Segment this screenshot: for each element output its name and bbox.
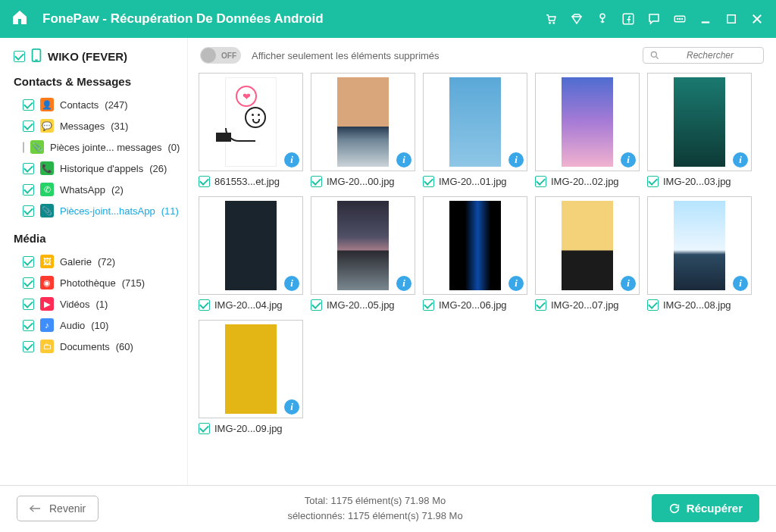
facebook-icon[interactable] bbox=[620, 11, 637, 27]
sidebar-item-audio[interactable]: ♪ Audio (10) bbox=[14, 315, 180, 336]
thumbnail-image[interactable]: i bbox=[647, 73, 752, 171]
stats-total: Total: 1175 élément(s) 71.98 Mo bbox=[99, 493, 652, 509]
category-checkbox[interactable] bbox=[23, 320, 34, 331]
info-icon[interactable]: i bbox=[396, 276, 411, 291]
app-title: FonePaw - Récupération De Données Androi… bbox=[42, 11, 543, 27]
titlebar: FonePaw - Récupération De Données Androi… bbox=[0, 0, 776, 38]
thumbnail-image[interactable]: i bbox=[423, 196, 527, 295]
whatsapp-icon: ✆ bbox=[40, 183, 54, 196]
sidebar-item-whatsapp[interactable]: ✆ WhatsApp (2) bbox=[14, 179, 180, 200]
category-checkbox[interactable] bbox=[23, 120, 34, 132]
thumbnail-image[interactable]: ❤ i bbox=[199, 73, 303, 171]
thumbnail-item[interactable]: i IMG-20...08.jpg bbox=[647, 196, 752, 311]
file-checkbox[interactable] bbox=[199, 176, 210, 187]
category-checkbox[interactable] bbox=[23, 99, 34, 111]
gallery-icon: 🖼 bbox=[40, 255, 54, 268]
contacts-icon: 👤 bbox=[40, 98, 54, 111]
info-icon[interactable]: i bbox=[733, 152, 748, 167]
thumbnail-image[interactable]: i bbox=[535, 196, 640, 295]
thumbnail-item[interactable]: i IMG-20...02.jpg bbox=[535, 73, 640, 187]
category-checkbox[interactable] bbox=[23, 163, 34, 174]
file-checkbox[interactable] bbox=[647, 176, 659, 187]
sidebar-item-call-history[interactable]: 📞 Historique d'appels (26) bbox=[14, 158, 180, 179]
thumbnail-item[interactable]: ❤ i 861553...et.jpg bbox=[199, 73, 303, 187]
thumbnail-image[interactable]: i bbox=[647, 196, 752, 295]
thumbnail-image[interactable]: i bbox=[311, 73, 415, 171]
info-icon[interactable]: i bbox=[621, 276, 636, 291]
close-icon[interactable] bbox=[749, 11, 765, 27]
thumbnail-image[interactable]: i bbox=[423, 73, 527, 171]
file-checkbox[interactable] bbox=[199, 423, 210, 434]
sidebar-item-contacts[interactable]: 👤 Contacts (247) bbox=[14, 94, 180, 115]
info-icon[interactable]: i bbox=[284, 152, 299, 167]
file-checkbox[interactable] bbox=[535, 299, 546, 311]
refresh-icon bbox=[668, 502, 681, 515]
info-icon[interactable]: i bbox=[508, 152, 524, 167]
svg-point-5 bbox=[677, 18, 678, 20]
thumbnail-item[interactable]: i IMG-20...09.jpg bbox=[199, 320, 303, 434]
sidebar-item-videos[interactable]: ▶ Vidéos (1) bbox=[14, 293, 180, 315]
search-box[interactable] bbox=[643, 47, 764, 64]
file-checkbox[interactable] bbox=[647, 299, 659, 311]
back-button[interactable]: Revenir bbox=[17, 496, 99, 521]
svg-point-7 bbox=[681, 18, 683, 20]
info-icon[interactable]: i bbox=[396, 152, 411, 167]
diamond-icon[interactable] bbox=[568, 11, 585, 27]
thumbnail-image[interactable]: i bbox=[535, 73, 640, 171]
thumbnail-item[interactable]: i IMG-20...07.jpg bbox=[535, 196, 640, 311]
category-checkbox[interactable] bbox=[23, 184, 34, 196]
info-icon[interactable]: i bbox=[284, 399, 299, 415]
feedback-icon[interactable] bbox=[646, 11, 662, 27]
category-count: (26) bbox=[149, 163, 167, 174]
thumbnail-image[interactable]: i bbox=[199, 320, 303, 418]
file-checkbox[interactable] bbox=[311, 299, 322, 311]
category-checkbox[interactable] bbox=[23, 299, 34, 310]
sidebar-item-documents[interactable]: 🗀 Documents (60) bbox=[14, 336, 180, 357]
minimize-icon[interactable] bbox=[697, 11, 714, 27]
more-icon[interactable] bbox=[671, 11, 688, 27]
thumbnail-item[interactable]: i IMG-20...05.jpg bbox=[311, 196, 415, 311]
thumbnail-item[interactable]: i IMG-20...04.jpg bbox=[199, 196, 303, 311]
thumbnail-image[interactable]: i bbox=[311, 196, 415, 295]
recover-button[interactable]: Récupérer bbox=[652, 494, 759, 522]
file-name: IMG-20...02.jpg bbox=[551, 176, 619, 187]
category-checkbox[interactable] bbox=[23, 142, 24, 153]
category-checkbox[interactable] bbox=[23, 341, 34, 352]
file-checkbox[interactable] bbox=[535, 176, 546, 187]
category-checkbox[interactable] bbox=[23, 205, 34, 217]
section-media: Média bbox=[14, 232, 180, 245]
maximize-icon[interactable] bbox=[723, 11, 740, 27]
sidebar-item-whatsapp-attachments[interactable]: 📎 Pièces-joint...hatsApp (11) bbox=[14, 200, 180, 221]
footer: Revenir Total: 1175 élément(s) 71.98 Mo … bbox=[0, 485, 776, 530]
file-checkbox[interactable] bbox=[311, 176, 322, 187]
category-label: Audio bbox=[60, 320, 85, 331]
sidebar-item-messages[interactable]: 💬 Messages (31) bbox=[14, 115, 180, 136]
thumbnail-item[interactable]: i IMG-20...00.jpg bbox=[311, 73, 415, 187]
thumbnail-item[interactable]: i IMG-20...01.jpg bbox=[423, 73, 527, 187]
home-icon[interactable] bbox=[11, 8, 29, 30]
category-label: WhatsApp bbox=[60, 184, 105, 196]
device-row[interactable]: WIKO (FEVER) bbox=[14, 49, 180, 64]
device-checkbox[interactable] bbox=[14, 51, 25, 62]
svg-point-1 bbox=[553, 22, 555, 23]
thumbnail-image[interactable]: i bbox=[199, 196, 303, 295]
thumbnail-item[interactable]: i IMG-20...03.jpg bbox=[647, 73, 752, 187]
search-input[interactable] bbox=[665, 50, 756, 61]
thumbnail-item[interactable]: i IMG-20...06.jpg bbox=[423, 196, 527, 311]
sidebar-item-gallery[interactable]: 🖼 Galerie (72) bbox=[14, 251, 180, 272]
cart-icon[interactable] bbox=[543, 11, 559, 27]
file-checkbox[interactable] bbox=[423, 176, 434, 187]
file-checkbox[interactable] bbox=[423, 299, 434, 311]
show-deleted-only-toggle[interactable]: OFF bbox=[200, 47, 241, 64]
info-icon[interactable]: i bbox=[508, 276, 524, 291]
key-icon[interactable] bbox=[594, 11, 611, 27]
sidebar-item-phototheque[interactable]: ◉ Photothèque (715) bbox=[14, 272, 180, 293]
info-icon[interactable]: i bbox=[621, 152, 636, 167]
back-button-label: Revenir bbox=[49, 502, 86, 515]
sidebar-item-message-attachments[interactable]: 📎 Pièces jointe... messages (0) bbox=[14, 136, 180, 158]
info-icon[interactable]: i bbox=[284, 276, 299, 291]
info-icon[interactable]: i bbox=[733, 276, 748, 291]
category-checkbox[interactable] bbox=[23, 256, 34, 268]
file-checkbox[interactable] bbox=[199, 299, 210, 311]
category-checkbox[interactable] bbox=[23, 277, 34, 289]
